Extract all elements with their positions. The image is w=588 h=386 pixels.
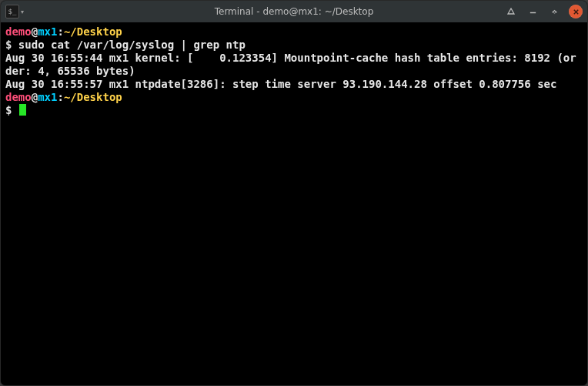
prompt-path: ~/Desktop — [64, 25, 122, 38]
command-line-1: sudo cat /var/log/syslog | grep ntp — [18, 39, 246, 51]
titlebar[interactable]: $_ ▾ Terminal - demo@mx1: ~/Desktop — [1, 1, 587, 22]
close-button[interactable] — [569, 5, 583, 18]
prompt-user: demo — [5, 25, 32, 38]
terminal-window: $_ ▾ Terminal - demo@mx1: ~/Desktop — [1, 1, 587, 385]
cursor — [19, 104, 26, 116]
minimize-button[interactable] — [526, 5, 540, 18]
prompt-host-2: mx1 — [38, 91, 57, 103]
prompt-dollar: $ — [5, 39, 18, 51]
prompt-path-2: ~/Desktop — [64, 91, 122, 103]
prompt-colon-2: : — [57, 91, 63, 103]
chevron-down-icon[interactable]: ▾ — [21, 8, 24, 15]
titlebar-left: $_ ▾ — [5, 5, 24, 18]
terminal-icon-glyph: $_ — [8, 8, 17, 15]
terminal-icon[interactable]: $_ — [5, 5, 19, 18]
output-line-2: Aug 30 16:55:57 mx1 ntpdate[3286]: step … — [5, 78, 556, 90]
window-title: Terminal - demo@mx1: ~/Desktop — [1, 6, 587, 17]
prompt-user-2: demo — [5, 91, 32, 103]
prompt-host: mx1 — [38, 25, 57, 38]
maximize-button[interactable] — [547, 5, 561, 18]
output-line-1: Aug 30 16:55:44 mx1 kernel: [ 0.123354] … — [5, 52, 576, 77]
prompt-dollar-2: $ — [5, 104, 18, 116]
prompt-colon: : — [57, 25, 63, 38]
terminal-body[interactable]: demo@mx1:~/Desktop $ sudo cat /var/log/s… — [1, 22, 587, 385]
prompt-at: @ — [32, 25, 38, 38]
prompt-at-2: @ — [32, 91, 38, 103]
window-controls — [504, 5, 583, 18]
keep-above-icon[interactable] — [504, 5, 518, 18]
